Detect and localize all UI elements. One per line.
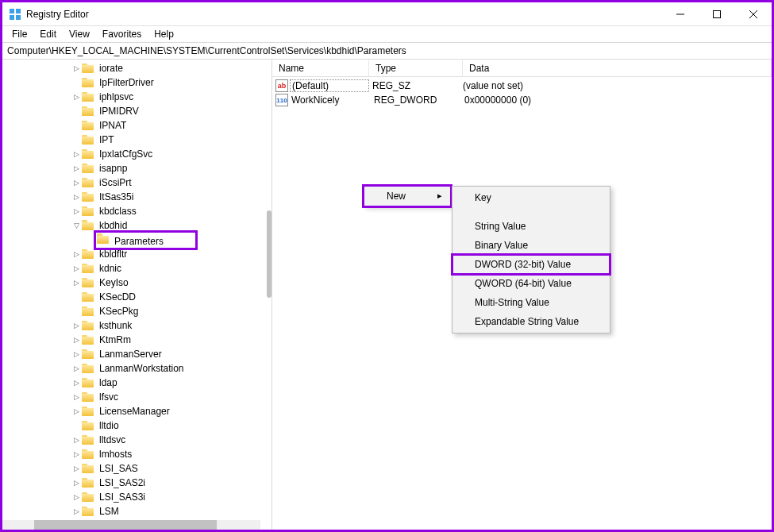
expand-icon[interactable]: ▷: [71, 334, 82, 345]
expand-icon[interactable]: ▷: [71, 506, 82, 517]
context-menu-item[interactable]: Key: [452, 188, 610, 207]
expand-icon[interactable]: ▷: [71, 477, 82, 488]
expand-icon[interactable]: ▷: [71, 163, 82, 174]
tree-item[interactable]: ▷kbdclass: [2, 204, 271, 218]
expand-icon[interactable]: ▷: [71, 191, 82, 202]
expand-icon[interactable]: ▷: [71, 363, 82, 374]
tree-item[interactable]: ▷ItSas35i: [2, 190, 271, 204]
tree-item[interactable]: ▷KeyIso: [2, 276, 271, 290]
tree-item[interactable]: ▷kdnic: [2, 261, 271, 276]
tree-item[interactable]: ▷LanmanServer: [2, 347, 271, 361]
tree-item-label: KSecPkg: [98, 306, 140, 317]
menu-file[interactable]: File: [6, 27, 33, 41]
tree-item[interactable]: ▽kbdhid: [2, 218, 271, 233]
tree-scrollbar-vertical[interactable]: [267, 210, 271, 298]
tree-item[interactable]: Parameters: [2, 233, 271, 247]
tree-pane: ▷iorateIpFilterDriver▷iphlpsvcIPMIDRVIPN…: [2, 60, 272, 530]
context-menu-item[interactable]: DWORD (32-bit) Value: [452, 255, 610, 274]
column-header-type[interactable]: Type: [369, 60, 463, 76]
menu-help[interactable]: Help: [148, 27, 180, 41]
folder-icon: [82, 291, 94, 303]
expand-icon[interactable]: ▷: [71, 377, 82, 388]
svg-rect-5: [714, 10, 721, 17]
folder-icon: [97, 233, 110, 245]
expand-icon[interactable]: ▷: [71, 277, 82, 288]
tree-item[interactable]: IPT: [2, 133, 271, 147]
context-menu-item[interactable]: QWORD (64-bit) Value: [452, 274, 610, 293]
tree-item[interactable]: ▷LicenseManager: [2, 404, 271, 418]
folder-icon: [82, 477, 94, 488]
expand-icon[interactable]: ▷: [71, 263, 82, 274]
expand-icon[interactable]: ▷: [71, 148, 82, 160]
tree-item[interactable]: ▷KtmRm: [2, 333, 271, 347]
context-menu-item[interactable]: Multi-String Value: [452, 293, 610, 312]
expand-icon[interactable]: ▷: [71, 434, 82, 445]
tree-item[interactable]: IPMIDRV: [2, 104, 271, 118]
value-row[interactable]: ab(Default)REG_SZ(value not set): [272, 79, 772, 93]
expand-icon[interactable]: ▷: [71, 249, 82, 260]
tree-item[interactable]: KSecDD: [2, 290, 271, 304]
column-header-data[interactable]: Data: [463, 60, 772, 76]
tree-item-label: LSM: [98, 506, 121, 517]
window-frame: Registry Editor File Edit View Favorites…: [0, 0, 774, 532]
tree-item[interactable]: lltdio: [2, 418, 271, 433]
tree-item[interactable]: ▷lfsvc: [2, 390, 271, 404]
context-menu-item[interactable]: Expandable String Value: [452, 312, 610, 331]
tree-item[interactable]: ▷IpxlatCfgSvc: [2, 147, 271, 161]
column-header-name[interactable]: Name: [272, 60, 369, 76]
no-expand: [71, 77, 82, 88]
tree-item[interactable]: ▷isapnp: [2, 161, 271, 175]
tree-item[interactable]: ▷LSM: [2, 504, 271, 519]
folder-icon: [82, 63, 94, 74]
expand-icon[interactable]: ▷: [71, 406, 82, 417]
tree-item[interactable]: ▷iphlpsvc: [2, 90, 271, 104]
tree-item[interactable]: ▷LanmanWorkstation: [2, 361, 271, 376]
registry-tree[interactable]: ▷iorateIpFilterDriver▷iphlpsvcIPMIDRVIPN…: [2, 61, 271, 530]
folder-icon: [82, 263, 94, 274]
expand-icon[interactable]: ▷: [71, 463, 82, 474]
context-menu-item[interactable]: String Value: [452, 217, 610, 236]
menu-edit[interactable]: Edit: [33, 27, 63, 41]
values-list[interactable]: ab(Default)REG_SZ(value not set)110WorkN…: [272, 77, 772, 107]
tree-item[interactable]: ▷iorate: [2, 61, 271, 75]
close-button[interactable]: [735, 2, 772, 26]
tree-item[interactable]: ▷LSI_SAS3i: [2, 490, 271, 504]
expand-icon[interactable]: ▷: [71, 206, 82, 217]
tree-item-label: kbldfltr: [98, 249, 129, 260]
maximize-button[interactable]: [699, 2, 735, 26]
folder-icon: [82, 506, 94, 517]
value-row[interactable]: 110WorkNicelyREG_DWORD0x00000000 (0): [272, 93, 772, 107]
tree-item[interactable]: ▷iScsiPrt: [2, 175, 271, 190]
no-expand: [71, 291, 82, 303]
expand-icon[interactable]: ▷: [71, 391, 82, 403]
context-menu-new[interactable]: New: [364, 187, 450, 206]
folder-icon: [82, 134, 94, 145]
tree-item[interactable]: IPNAT: [2, 118, 271, 133]
tree-item[interactable]: ▷LSI_SAS2i: [2, 476, 271, 490]
folder-icon: [82, 249, 94, 260]
tree-item[interactable]: ▷LSI_SAS: [2, 461, 271, 476]
expand-icon[interactable]: ▷: [71, 91, 82, 102]
tree-item[interactable]: ▷ksthunk: [2, 318, 271, 333]
expand-icon[interactable]: ▷: [71, 177, 82, 188]
menu-favorites[interactable]: Favorites: [96, 27, 148, 41]
tree-item[interactable]: ▷lmhosts: [2, 447, 271, 461]
address-bar[interactable]: Computer\HKEY_LOCAL_MACHINE\SYSTEM\Curre…: [2, 42, 772, 60]
tree-item[interactable]: ▷kbldfltr: [2, 247, 271, 261]
collapse-icon[interactable]: ▽: [71, 220, 82, 231]
expand-icon[interactable]: ▷: [71, 320, 82, 331]
tree-item[interactable]: ▷ldap: [2, 376, 271, 390]
expand-icon[interactable]: ▷: [71, 449, 82, 460]
context-menu-item[interactable]: Binary Value: [452, 236, 610, 255]
menu-view[interactable]: View: [63, 27, 96, 41]
expand-icon[interactable]: ▷: [71, 349, 82, 360]
tree-item[interactable]: KSecPkg: [2, 304, 271, 318]
minimize-button[interactable]: [662, 2, 699, 26]
tree-item[interactable]: ▷lltdsvc: [2, 433, 271, 447]
expand-icon[interactable]: ▷: [71, 492, 82, 503]
tree-item-label: Parameters: [113, 236, 165, 247]
expand-icon[interactable]: ▷: [71, 63, 82, 74]
folder-icon: [82, 120, 94, 131]
tree-scrollbar-horizontal[interactable]: [2, 520, 260, 530]
tree-item[interactable]: IpFilterDriver: [2, 75, 271, 90]
